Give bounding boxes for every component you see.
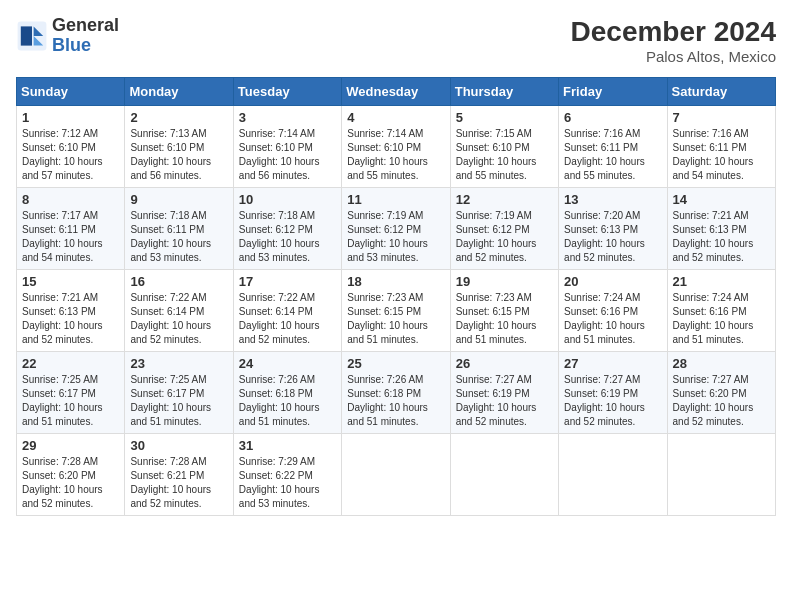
- calendar-cell: [342, 434, 450, 516]
- calendar-cell: 13 Sunrise: 7:20 AM Sunset: 6:13 PM Dayl…: [559, 188, 667, 270]
- logo: General Blue: [16, 16, 119, 56]
- calendar-cell: 26 Sunrise: 7:27 AM Sunset: 6:19 PM Dayl…: [450, 352, 558, 434]
- day-info: Sunrise: 7:15 AM Sunset: 6:10 PM Dayligh…: [456, 127, 553, 183]
- day-info: Sunrise: 7:12 AM Sunset: 6:10 PM Dayligh…: [22, 127, 119, 183]
- calendar-cell: 14 Sunrise: 7:21 AM Sunset: 6:13 PM Dayl…: [667, 188, 775, 270]
- calendar-body: 1 Sunrise: 7:12 AM Sunset: 6:10 PM Dayli…: [17, 106, 776, 516]
- day-info: Sunrise: 7:26 AM Sunset: 6:18 PM Dayligh…: [239, 373, 336, 429]
- calendar-week-5: 29 Sunrise: 7:28 AM Sunset: 6:20 PM Dayl…: [17, 434, 776, 516]
- day-number: 25: [347, 356, 444, 371]
- calendar-cell: 31 Sunrise: 7:29 AM Sunset: 6:22 PM Dayl…: [233, 434, 341, 516]
- day-info: Sunrise: 7:21 AM Sunset: 6:13 PM Dayligh…: [22, 291, 119, 347]
- calendar-cell: 3 Sunrise: 7:14 AM Sunset: 6:10 PM Dayli…: [233, 106, 341, 188]
- header-sunday: Sunday: [17, 78, 125, 106]
- day-number: 10: [239, 192, 336, 207]
- day-info: Sunrise: 7:19 AM Sunset: 6:12 PM Dayligh…: [347, 209, 444, 265]
- day-number: 30: [130, 438, 227, 453]
- svg-rect-3: [21, 26, 32, 45]
- calendar-cell: 9 Sunrise: 7:18 AM Sunset: 6:11 PM Dayli…: [125, 188, 233, 270]
- calendar-cell: 24 Sunrise: 7:26 AM Sunset: 6:18 PM Dayl…: [233, 352, 341, 434]
- day-info: Sunrise: 7:27 AM Sunset: 6:19 PM Dayligh…: [456, 373, 553, 429]
- day-info: Sunrise: 7:27 AM Sunset: 6:19 PM Dayligh…: [564, 373, 661, 429]
- day-info: Sunrise: 7:21 AM Sunset: 6:13 PM Dayligh…: [673, 209, 770, 265]
- day-number: 27: [564, 356, 661, 371]
- calendar-cell: 4 Sunrise: 7:14 AM Sunset: 6:10 PM Dayli…: [342, 106, 450, 188]
- calendar-cell: 15 Sunrise: 7:21 AM Sunset: 6:13 PM Dayl…: [17, 270, 125, 352]
- calendar-title: December 2024: [571, 16, 776, 48]
- calendar-cell: [450, 434, 558, 516]
- day-number: 3: [239, 110, 336, 125]
- day-number: 26: [456, 356, 553, 371]
- calendar-cell: [559, 434, 667, 516]
- day-info: Sunrise: 7:14 AM Sunset: 6:10 PM Dayligh…: [347, 127, 444, 183]
- title-block: December 2024 Palos Altos, Mexico: [571, 16, 776, 65]
- calendar-cell: 27 Sunrise: 7:27 AM Sunset: 6:19 PM Dayl…: [559, 352, 667, 434]
- header-saturday: Saturday: [667, 78, 775, 106]
- calendar-cell: 6 Sunrise: 7:16 AM Sunset: 6:11 PM Dayli…: [559, 106, 667, 188]
- day-number: 17: [239, 274, 336, 289]
- calendar-cell: 23 Sunrise: 7:25 AM Sunset: 6:17 PM Dayl…: [125, 352, 233, 434]
- day-info: Sunrise: 7:16 AM Sunset: 6:11 PM Dayligh…: [673, 127, 770, 183]
- calendar-cell: 28 Sunrise: 7:27 AM Sunset: 6:20 PM Dayl…: [667, 352, 775, 434]
- day-info: Sunrise: 7:24 AM Sunset: 6:16 PM Dayligh…: [564, 291, 661, 347]
- day-info: Sunrise: 7:19 AM Sunset: 6:12 PM Dayligh…: [456, 209, 553, 265]
- logo-line1: General: [52, 16, 119, 36]
- calendar-cell: 30 Sunrise: 7:28 AM Sunset: 6:21 PM Dayl…: [125, 434, 233, 516]
- day-info: Sunrise: 7:22 AM Sunset: 6:14 PM Dayligh…: [239, 291, 336, 347]
- calendar-cell: 7 Sunrise: 7:16 AM Sunset: 6:11 PM Dayli…: [667, 106, 775, 188]
- day-number: 19: [456, 274, 553, 289]
- day-number: 1: [22, 110, 119, 125]
- header-friday: Friday: [559, 78, 667, 106]
- day-info: Sunrise: 7:24 AM Sunset: 6:16 PM Dayligh…: [673, 291, 770, 347]
- day-number: 11: [347, 192, 444, 207]
- calendar-cell: 16 Sunrise: 7:22 AM Sunset: 6:14 PM Dayl…: [125, 270, 233, 352]
- day-number: 8: [22, 192, 119, 207]
- header-monday: Monday: [125, 78, 233, 106]
- calendar-week-3: 15 Sunrise: 7:21 AM Sunset: 6:13 PM Dayl…: [17, 270, 776, 352]
- calendar-week-1: 1 Sunrise: 7:12 AM Sunset: 6:10 PM Dayli…: [17, 106, 776, 188]
- day-info: Sunrise: 7:25 AM Sunset: 6:17 PM Dayligh…: [22, 373, 119, 429]
- day-number: 29: [22, 438, 119, 453]
- calendar-cell: 21 Sunrise: 7:24 AM Sunset: 6:16 PM Dayl…: [667, 270, 775, 352]
- day-number: 31: [239, 438, 336, 453]
- day-number: 15: [22, 274, 119, 289]
- day-info: Sunrise: 7:27 AM Sunset: 6:20 PM Dayligh…: [673, 373, 770, 429]
- header-tuesday: Tuesday: [233, 78, 341, 106]
- day-info: Sunrise: 7:18 AM Sunset: 6:11 PM Dayligh…: [130, 209, 227, 265]
- calendar-cell: 20 Sunrise: 7:24 AM Sunset: 6:16 PM Dayl…: [559, 270, 667, 352]
- calendar-cell: 17 Sunrise: 7:22 AM Sunset: 6:14 PM Dayl…: [233, 270, 341, 352]
- day-info: Sunrise: 7:16 AM Sunset: 6:11 PM Dayligh…: [564, 127, 661, 183]
- header-wednesday: Wednesday: [342, 78, 450, 106]
- day-info: Sunrise: 7:23 AM Sunset: 6:15 PM Dayligh…: [347, 291, 444, 347]
- calendar-cell: 19 Sunrise: 7:23 AM Sunset: 6:15 PM Dayl…: [450, 270, 558, 352]
- day-number: 14: [673, 192, 770, 207]
- day-info: Sunrise: 7:20 AM Sunset: 6:13 PM Dayligh…: [564, 209, 661, 265]
- day-number: 12: [456, 192, 553, 207]
- day-info: Sunrise: 7:17 AM Sunset: 6:11 PM Dayligh…: [22, 209, 119, 265]
- day-number: 16: [130, 274, 227, 289]
- day-info: Sunrise: 7:26 AM Sunset: 6:18 PM Dayligh…: [347, 373, 444, 429]
- calendar-cell: 22 Sunrise: 7:25 AM Sunset: 6:17 PM Dayl…: [17, 352, 125, 434]
- day-number: 7: [673, 110, 770, 125]
- header-row: Sunday Monday Tuesday Wednesday Thursday…: [17, 78, 776, 106]
- calendar-table: Sunday Monday Tuesday Wednesday Thursday…: [16, 77, 776, 516]
- calendar-cell: 10 Sunrise: 7:18 AM Sunset: 6:12 PM Dayl…: [233, 188, 341, 270]
- calendar-header: Sunday Monday Tuesday Wednesday Thursday…: [17, 78, 776, 106]
- calendar-cell: 18 Sunrise: 7:23 AM Sunset: 6:15 PM Dayl…: [342, 270, 450, 352]
- day-number: 2: [130, 110, 227, 125]
- day-info: Sunrise: 7:13 AM Sunset: 6:10 PM Dayligh…: [130, 127, 227, 183]
- day-number: 22: [22, 356, 119, 371]
- day-info: Sunrise: 7:28 AM Sunset: 6:21 PM Dayligh…: [130, 455, 227, 511]
- day-number: 4: [347, 110, 444, 125]
- day-number: 23: [130, 356, 227, 371]
- calendar-week-2: 8 Sunrise: 7:17 AM Sunset: 6:11 PM Dayli…: [17, 188, 776, 270]
- day-number: 20: [564, 274, 661, 289]
- calendar-cell: 8 Sunrise: 7:17 AM Sunset: 6:11 PM Dayli…: [17, 188, 125, 270]
- day-info: Sunrise: 7:29 AM Sunset: 6:22 PM Dayligh…: [239, 455, 336, 511]
- day-info: Sunrise: 7:18 AM Sunset: 6:12 PM Dayligh…: [239, 209, 336, 265]
- page-header: General Blue December 2024 Palos Altos, …: [16, 16, 776, 65]
- calendar-cell: 2 Sunrise: 7:13 AM Sunset: 6:10 PM Dayli…: [125, 106, 233, 188]
- day-number: 9: [130, 192, 227, 207]
- logo-line2: Blue: [52, 36, 119, 56]
- day-info: Sunrise: 7:14 AM Sunset: 6:10 PM Dayligh…: [239, 127, 336, 183]
